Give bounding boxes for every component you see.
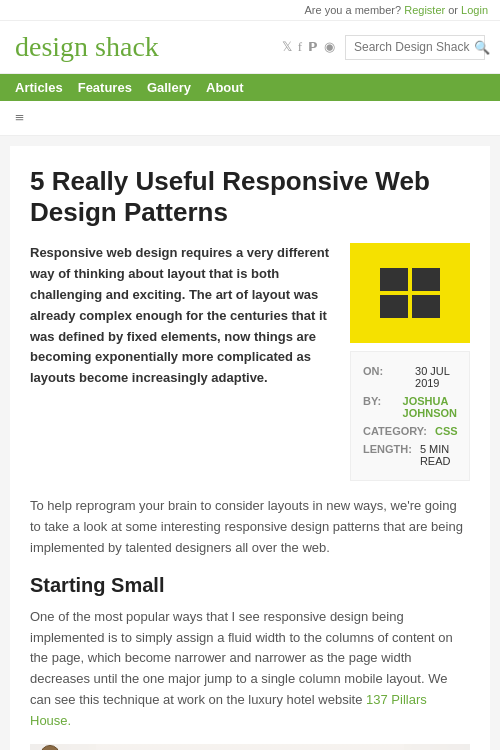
- grid-icon: [380, 268, 440, 318]
- social-icons: 𝕏 f 𝗣 ◉: [282, 39, 335, 55]
- hero-image-block: ON: 30 JUL 2019 BY: JOSHUA JOHNSON CATEG…: [350, 243, 470, 481]
- meta-category-value: CSS: [435, 425, 458, 437]
- meta-category-label: CATEGORY:: [363, 425, 427, 437]
- hotel-logo-icon: [40, 745, 60, 750]
- or-text: or: [448, 4, 458, 16]
- section1-heading: Starting Small: [30, 574, 470, 597]
- article-intro: Responsive web design requires a very di…: [30, 243, 335, 481]
- search-icon[interactable]: 🔍: [474, 40, 490, 55]
- twitter-icon[interactable]: 𝕏: [282, 39, 292, 55]
- grid-cell-2: [412, 268, 440, 291]
- nav-gallery[interactable]: Gallery: [147, 80, 191, 95]
- meta-length-value: 5 MIN READ: [420, 443, 457, 467]
- nav-articles[interactable]: Articles: [15, 80, 63, 95]
- article-image-container: 137 PILLARS +1 234 567 8910 ARRIVAL DEPA…: [30, 744, 470, 750]
- search-input[interactable]: [354, 40, 474, 54]
- register-link[interactable]: Register: [404, 4, 445, 16]
- meta-row-length: LENGTH: 5 MIN READ: [363, 440, 457, 470]
- meta-by-label: BY:: [363, 395, 395, 419]
- hamburger-icon[interactable]: ≡: [15, 109, 24, 126]
- content-top: Responsive web design requires a very di…: [30, 243, 470, 481]
- grid-cell-4: [412, 295, 440, 318]
- hotel-image: 137 PILLARS +1 234 567 8910 ARRIVAL DEPA…: [30, 744, 470, 750]
- body-text: To help reprogram your brain to consider…: [30, 496, 470, 558]
- main-content: 5 Really Useful Responsive Web Design Pa…: [10, 146, 490, 750]
- meta-box: ON: 30 JUL 2019 BY: JOSHUA JOHNSON CATEG…: [350, 351, 470, 481]
- meta-row-category: CATEGORY: CSS: [363, 422, 457, 440]
- pinterest-icon[interactable]: 𝗣: [308, 39, 318, 55]
- top-bar: Are you a member? Register or Login: [0, 0, 500, 21]
- grid-cell-1: [380, 268, 408, 291]
- article-title: 5 Really Useful Responsive Web Design Pa…: [30, 166, 470, 228]
- grid-cell-3: [380, 295, 408, 318]
- yellow-box: [350, 243, 470, 343]
- nav: Articles Features Gallery About: [0, 74, 500, 101]
- meta-on-value: 30 JUL 2019: [415, 365, 457, 389]
- meta-length-label: LENGTH:: [363, 443, 412, 467]
- meta-row-author: BY: JOSHUA JOHNSON: [363, 392, 457, 422]
- login-link[interactable]: Login: [461, 4, 488, 16]
- member-text: Are you a member?: [305, 4, 402, 16]
- logo-part1: design: [15, 31, 88, 62]
- nav-about[interactable]: About: [206, 80, 244, 95]
- meta-by-value: JOSHUA JOHNSON: [403, 395, 457, 419]
- hamburger-bar: ≡: [0, 101, 500, 136]
- facebook-icon[interactable]: f: [298, 39, 302, 55]
- logo-part2: shack: [95, 31, 159, 62]
- hotel-top-bar: 137 PILLARS +1 234 567 8910: [30, 744, 470, 750]
- logo[interactable]: design shack: [15, 31, 159, 63]
- nav-features[interactable]: Features: [78, 80, 132, 95]
- meta-on-label: ON:: [363, 365, 407, 389]
- header: design shack 𝕏 f 𝗣 ◉ 🔍: [0, 21, 500, 74]
- rss-icon[interactable]: ◉: [324, 39, 335, 55]
- hotel-logo: 137 PILLARS: [40, 745, 120, 750]
- search-box[interactable]: 🔍: [345, 35, 485, 60]
- meta-row-date: ON: 30 JUL 2019: [363, 362, 457, 392]
- section1-para: One of the most popular ways that I see …: [30, 607, 470, 732]
- header-right: 𝕏 f 𝗣 ◉ 🔍: [282, 35, 485, 60]
